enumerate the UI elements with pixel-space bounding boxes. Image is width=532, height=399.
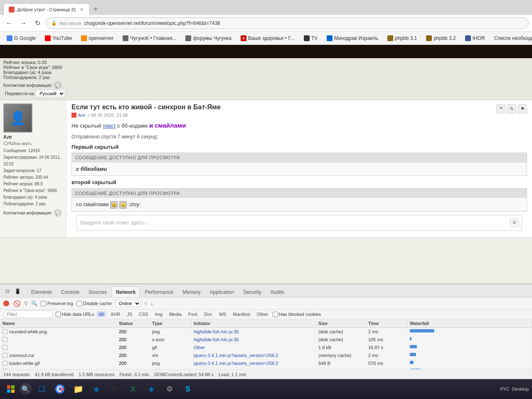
filter-js[interactable]: JS: [125, 311, 134, 317]
bookmark-more[interactable]: Список необходим...: [491, 34, 532, 42]
disable-cache-input[interactable]: [76, 301, 82, 306]
filter-font[interactable]: Font: [186, 311, 200, 317]
taskbar-excel[interactable]: X: [125, 381, 141, 397]
back-button[interactable]: ←: [3, 17, 15, 29]
cell-status: 200: [116, 352, 150, 359]
tab-performance[interactable]: Performance: [140, 286, 178, 297]
bookmark-chugunok[interactable]: ЧугуноК • Главная...: [119, 34, 180, 42]
filter-css[interactable]: CSS: [137, 311, 150, 317]
bookmark-youtube[interactable]: YouTube: [42, 34, 75, 42]
tab-application[interactable]: Application: [205, 286, 239, 297]
clear-button[interactable]: 🚫: [12, 299, 21, 308]
bookmark-phpbb32[interactable]: phpbb 3.2: [423, 34, 459, 42]
filter-all[interactable]: All: [97, 311, 106, 317]
table-row[interactable]: loader.white.gif 200 png jquery-3.4.1.mi…: [0, 360, 532, 367]
throttle-select[interactable]: Online: [115, 300, 141, 307]
url-bar[interactable]: 🔓 Not secure chugunok-openserver.net/for…: [46, 17, 529, 29]
user-game-rating: Рейтинг в "Своя игра": 6900: [3, 65, 529, 70]
devtools-inspect-btn[interactable]: ⊡: [3, 287, 12, 296]
bbcode-text-link[interactable]: текст: [103, 123, 116, 129]
forward-button[interactable]: →: [17, 17, 29, 29]
post-action-quote[interactable]: ❝: [496, 104, 505, 113]
active-tab[interactable]: Доброе утро! - Страница 31 ×: [3, 3, 90, 15]
tab-sources[interactable]: Sources: [84, 286, 111, 297]
reply-close-btn[interactable]: ✕: [510, 219, 518, 227]
filter-icon[interactable]: ▽: [24, 300, 28, 306]
post-action-report[interactable]: ⚑: [518, 104, 527, 113]
preserve-log-checkbox[interactable]: Preserve log: [41, 301, 73, 306]
bookmark-phpbb31[interactable]: phpbb 3.1: [384, 34, 420, 42]
taskbar-skype[interactable]: S: [180, 381, 196, 397]
bookmark-phpbb32-label: phpbb 3.2: [433, 35, 456, 41]
cell-initiator: Other: [191, 344, 316, 351]
hide-data-urls-checkbox[interactable]: Hide data URLs: [56, 312, 94, 317]
spoiler-header-2[interactable]: СООБЩЕНИЕ ДОСТУПНО ДЛЯ ПРОСМОТРА: [72, 189, 527, 198]
new-tab-button[interactable]: +: [90, 3, 101, 15]
search-icon[interactable]: 🔍: [31, 300, 37, 306]
taskbar-task-view[interactable]: ❑: [33, 381, 50, 397]
filter-manifest[interactable]: Manifest: [231, 311, 252, 317]
taskbar-search[interactable]: 🔍: [20, 383, 32, 395]
table-row[interactable]: zoomout.cur 200 xhr jquery-3.4.1.min.js?…: [0, 352, 532, 360]
taskbar-mail[interactable]: ✉: [106, 381, 123, 397]
taskbar-explorer[interactable]: 📁: [70, 381, 86, 397]
taskbar-vscode[interactable]: ◈: [88, 381, 105, 397]
devtools-phone-btn[interactable]: 📱: [13, 287, 22, 296]
tab-close-btn[interactable]: ×: [79, 7, 84, 12]
bookmark-google[interactable]: G Google: [3, 34, 39, 42]
upload-icon[interactable]: ↑: [144, 300, 147, 306]
col-name[interactable]: Name: [0, 320, 116, 327]
tab-security[interactable]: Security: [239, 286, 266, 297]
sys-tray-desktop[interactable]: Desktop: [512, 387, 529, 392]
post-action-edit[interactable]: ✎: [507, 104, 516, 113]
table-row[interactable]: 200 gif Other 1.8 kB 16.87 s: [0, 344, 532, 352]
stat-registered: Зарегистрирован: 24 06 2011, 15:02: [3, 154, 63, 167]
blocked-cookies-checkbox[interactable]: Has blocked cookies: [273, 312, 321, 317]
filter-xhr[interactable]: XHR: [108, 311, 122, 317]
tab-console[interactable]: Console: [57, 286, 84, 297]
bookmark-forum[interactable]: форумы Чугунка: [182, 34, 234, 42]
blocked-cookies-input[interactable]: [273, 312, 278, 317]
bookmark-zdorovye[interactable]: A Ваше здоровье • Г...: [237, 34, 298, 42]
bookmark-tv[interactable]: TV: [300, 34, 321, 42]
hide-data-urls-input[interactable]: [56, 312, 61, 317]
taskbar-chrome[interactable]: [52, 381, 68, 397]
contact-icon[interactable]: 💬: [54, 209, 62, 217]
spoiler-header-1[interactable]: СООБЩЕНИЕ ДОСТУПНО ДЛЯ ПРОСМОТРА: [72, 153, 527, 163]
tab-network[interactable]: Network: [111, 286, 140, 297]
taskbar-vscode2[interactable]: ◈: [143, 381, 160, 397]
filter-input[interactable]: [3, 310, 53, 318]
reply-box[interactable]: Введите свой ответ здесь... ✕: [76, 215, 522, 231]
filter-other[interactable]: Other: [255, 311, 271, 317]
col-initiator[interactable]: Initiator: [191, 320, 316, 327]
bookmark-openserver[interactable]: openserver: [78, 34, 117, 42]
start-button[interactable]: [3, 382, 18, 397]
filter-doc[interactable]: Doc: [202, 311, 214, 317]
svg-rect-2: [7, 389, 10, 393]
table-row[interactable]: rounded-white.png 200 png highslide-full…: [0, 328, 532, 336]
tab-audits[interactable]: Audits: [266, 286, 289, 297]
disable-cache-checkbox[interactable]: Disable cache: [76, 301, 112, 306]
col-type[interactable]: Type: [150, 320, 191, 327]
preserve-log-input[interactable]: [41, 301, 46, 306]
tab-elements[interactable]: Elements: [27, 286, 57, 297]
taskbar-settings[interactable]: ⚙: [161, 381, 178, 397]
translate-select[interactable]: Русский: [36, 90, 65, 97]
tab-memory[interactable]: Memory: [178, 286, 205, 297]
download-icon[interactable]: ↓: [150, 300, 153, 306]
bookmark-ihor[interactable]: IHOR: [462, 34, 488, 42]
col-status[interactable]: Status: [116, 320, 150, 327]
bookmark-minzdrav[interactable]: Минздрав Израиль: [323, 34, 382, 42]
refresh-button[interactable]: ↻: [32, 17, 43, 29]
contact-icon-top[interactable]: 💬: [54, 81, 62, 89]
smilies-text: и смайлами: [149, 122, 186, 129]
post-author[interactable]: Алг: [78, 113, 86, 118]
col-size[interactable]: Size: [316, 320, 366, 327]
table-row[interactable]: 200 x-icon highslide-full.min.js:30 (dis…: [0, 336, 532, 344]
col-waterfall[interactable]: Waterfall: [407, 320, 532, 327]
filter-media[interactable]: Media: [167, 311, 184, 317]
filter-ws[interactable]: WS: [217, 311, 228, 317]
filter-img[interactable]: Img: [153, 311, 165, 317]
col-time[interactable]: Time: [366, 320, 407, 327]
record-button[interactable]: [3, 300, 9, 306]
